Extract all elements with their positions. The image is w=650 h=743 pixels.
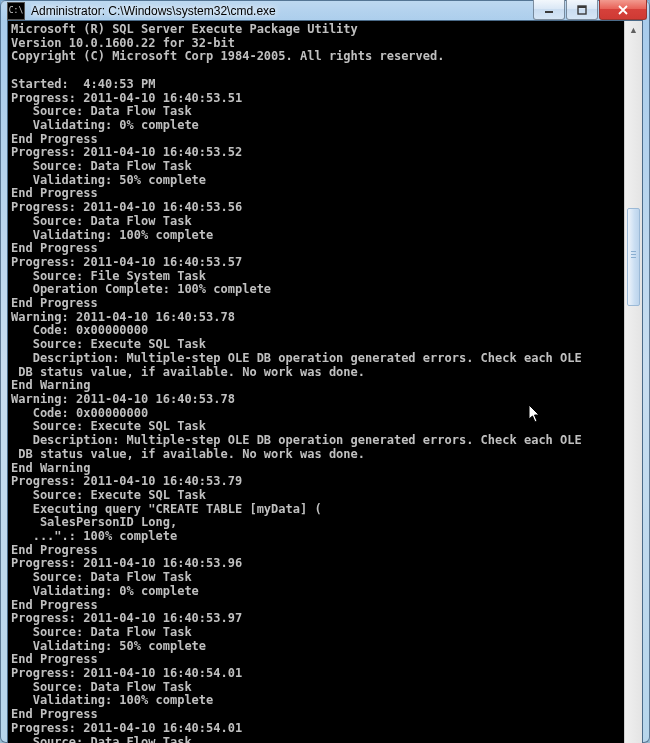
- minimize-button[interactable]: [533, 0, 565, 20]
- scroll-track[interactable]: [626, 38, 641, 743]
- titlebar[interactable]: C:\ Administrator: C:\Windows\system32\c…: [1, 1, 649, 20]
- window-title: Administrator: C:\Windows\system32\cmd.e…: [31, 4, 533, 18]
- cmd-icon: C:\: [7, 2, 25, 20]
- window-controls: [533, 0, 647, 20]
- client-area: Microsoft (R) SQL Server Execute Package…: [7, 20, 643, 743]
- svg-rect-2: [578, 6, 586, 8]
- cmd-window: C:\ Administrator: C:\Windows\system32\c…: [0, 0, 650, 743]
- maximize-button[interactable]: [566, 0, 598, 20]
- console-output: Microsoft (R) SQL Server Execute Package…: [8, 21, 624, 743]
- vertical-scrollbar[interactable]: ▲ ▼: [624, 21, 642, 743]
- scroll-up-icon[interactable]: ▲: [626, 21, 641, 38]
- close-button[interactable]: [599, 0, 647, 20]
- svg-rect-0: [545, 11, 553, 13]
- scroll-thumb[interactable]: [627, 208, 640, 306]
